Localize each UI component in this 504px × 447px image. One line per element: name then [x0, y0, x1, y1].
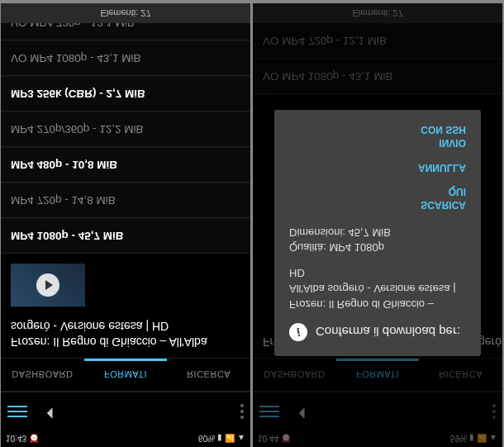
- alarm-icon: ⏰: [29, 435, 39, 444]
- format-item[interactable]: MP4 480p - 10,8 MiB: [1, 147, 250, 183]
- send-ssh-button[interactable]: INVIO CON SSH: [421, 123, 466, 149]
- dialog-title: Conferma il download per:: [316, 326, 460, 340]
- battery-text: 60%: [198, 435, 215, 444]
- screen-dialog: 10:44 ⏰ 59% ▮ 📶 ▲ DASHBOARD FORMATI RICE…: [253, 3, 502, 447]
- battery-icon: ▮: [217, 435, 222, 444]
- format-list: MP4 1080p - 45,7 MiB MP4 720p - 14,8 MiB…: [1, 5, 250, 254]
- play-icon: [36, 273, 59, 297]
- menu-icon[interactable]: [7, 406, 27, 417]
- dialog-video-title: Frozen: Il Regno di Ghiaccio – All'Alba …: [289, 264, 466, 311]
- format-item[interactable]: MP3 256k (CBR) - 2,7 MiB: [1, 76, 250, 112]
- info-icon: i: [289, 323, 307, 341]
- download-here-button[interactable]: SCARICA QUI: [421, 185, 466, 211]
- dialog-overlay[interactable]: i Conferma il download per: Frozen: Il R…: [253, 3, 502, 447]
- quality-value: MP4 1080p: [329, 241, 384, 254]
- quality-label: Qualità:: [289, 241, 326, 254]
- dialog-actions: SCARICA QUI ANNULLA INVIO CON SSH: [289, 118, 466, 211]
- tab-formati[interactable]: FORMATI: [84, 359, 168, 391]
- cancel-button[interactable]: ANNULLA: [418, 160, 466, 174]
- video-thumbnail[interactable]: [11, 264, 85, 307]
- format-item[interactable]: VO MP4 1080p - 43,1 MiB: [1, 40, 250, 76]
- tabs: DASHBOARD FORMATI RICERCA: [1, 358, 250, 391]
- screen-formats: 10:43 ⏰ 60% ▮ 📶 ▲ DASHBOARD FORMATI RICE…: [1, 3, 250, 447]
- size-label: Dimensioni:: [289, 226, 345, 239]
- size-value: 45,7 MiB: [349, 226, 391, 239]
- app-bar: [1, 391, 250, 430]
- wifi-icon: 📶: [225, 435, 235, 444]
- tab-dashboard[interactable]: DASHBOARD: [1, 359, 84, 391]
- format-item[interactable]: MP4 270p/360p - 12,2 MiB: [1, 112, 250, 147]
- download-confirm-dialog: i Conferma il download per: Frozen: Il R…: [274, 110, 481, 356]
- signal-icon: ▲: [237, 435, 245, 444]
- footer-count: Elementi: 27: [1, 3, 250, 23]
- tab-ricerca[interactable]: RICERCA: [167, 359, 250, 391]
- status-time: 10:43: [6, 435, 26, 444]
- format-item[interactable]: MP4 720p - 14,8 MiB: [1, 183, 250, 218]
- format-item[interactable]: MP4 1080p - 45,7 MiB: [1, 218, 250, 254]
- back-button[interactable]: [42, 402, 59, 421]
- more-icon[interactable]: [240, 404, 244, 419]
- dialog-meta: Qualità: MP4 1080p Dimensioni: 45,7 MiB: [289, 224, 466, 255]
- video-title: Frozen: Il Regno di Ghiaccio – All'Alba …: [1, 310, 250, 358]
- status-bar: 10:43 ⏰ 60% ▮ 📶 ▲: [1, 430, 250, 447]
